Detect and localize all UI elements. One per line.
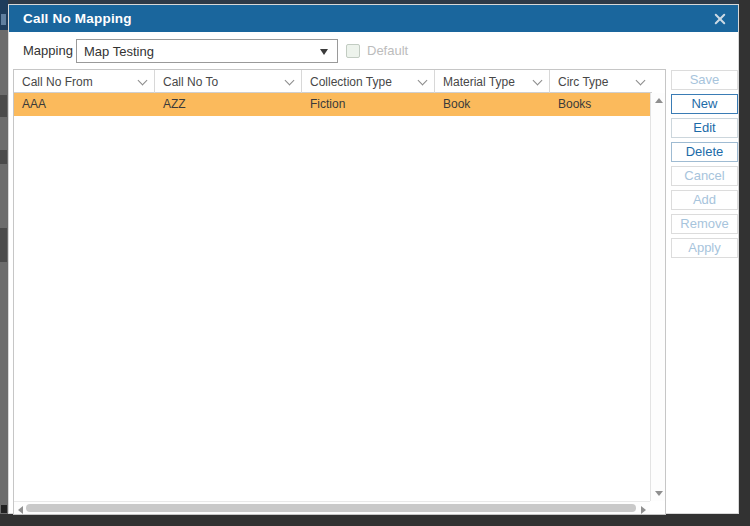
column-header-call-no-to[interactable]: Call No To [155, 70, 302, 93]
default-checkbox-label: Default [367, 39, 408, 63]
new-button[interactable]: New [671, 94, 738, 114]
scrollbar-corner [650, 501, 665, 514]
background-page-fragment [1, 505, 7, 513]
column-menu-icon[interactable] [636, 75, 646, 85]
mapping-format-value: Map Testing [77, 44, 154, 59]
background-page-fragment [1, 14, 6, 25]
column-menu-icon[interactable] [138, 75, 148, 85]
dimmed-background-bottom [0, 514, 750, 526]
background-page-fragment [0, 95, 7, 117]
dimmed-background-left [0, 0, 8, 526]
apply-button: Apply [671, 238, 738, 258]
delete-button[interactable]: Delete [671, 142, 738, 162]
dropdown-arrow-icon [320, 49, 328, 55]
column-header-material-type[interactable]: Material Type [435, 70, 550, 93]
edit-button[interactable]: Edit [671, 118, 738, 138]
cell-collection-type: Fiction [302, 93, 435, 116]
dimmed-background-right [739, 0, 750, 526]
dialog-titlebar: Call No Mapping [9, 5, 738, 32]
mapping-format-select[interactable]: Map Testing [76, 39, 338, 63]
add-button: Add [671, 190, 738, 210]
horizontal-scrollbar[interactable] [14, 501, 650, 514]
column-menu-icon[interactable] [533, 75, 543, 85]
scroll-down-icon[interactable] [655, 491, 663, 496]
call-no-mapping-dialog: Call No Mapping Mapping Format: Map Test… [8, 4, 739, 514]
mapping-table: Call No From Call No To Collection Type … [13, 69, 666, 515]
default-checkbox [346, 44, 360, 58]
cell-circ-type: Books [550, 93, 652, 116]
scroll-left-icon[interactable] [18, 506, 23, 514]
cell-material-type: Book [435, 93, 550, 116]
column-menu-icon[interactable] [418, 75, 428, 85]
background-page-fragment [0, 228, 7, 262]
vertical-scrollbar[interactable] [650, 93, 665, 501]
cancel-button: Cancel [671, 166, 738, 186]
close-button[interactable] [711, 10, 729, 28]
scroll-right-icon[interactable] [641, 506, 646, 514]
table-row[interactable]: AAA AZZ Fiction Book Books [14, 93, 652, 116]
column-header-call-no-from[interactable]: Call No From [14, 70, 155, 93]
horizontal-scrollbar-thumb[interactable] [26, 504, 636, 512]
remove-button: Remove [671, 214, 738, 234]
cell-call-no-to: AZZ [155, 93, 302, 116]
save-button: Save [671, 70, 738, 90]
column-menu-icon[interactable] [285, 75, 295, 85]
cell-call-no-from: AAA [14, 93, 155, 116]
column-header-collection-type[interactable]: Collection Type [302, 70, 435, 93]
table-header-row: Call No From Call No To Collection Type … [14, 70, 652, 93]
column-header-circ-type[interactable]: Circ Type [550, 70, 652, 93]
dialog-title: Call No Mapping [9, 11, 132, 26]
scroll-up-icon[interactable] [655, 98, 663, 103]
background-page-fragment [0, 150, 7, 164]
